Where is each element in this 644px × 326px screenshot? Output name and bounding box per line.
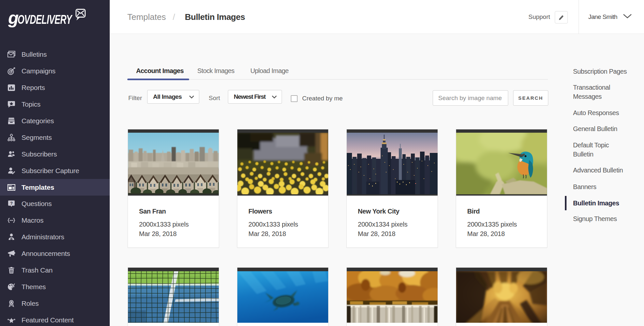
svg-text:?: ? [10, 201, 13, 206]
